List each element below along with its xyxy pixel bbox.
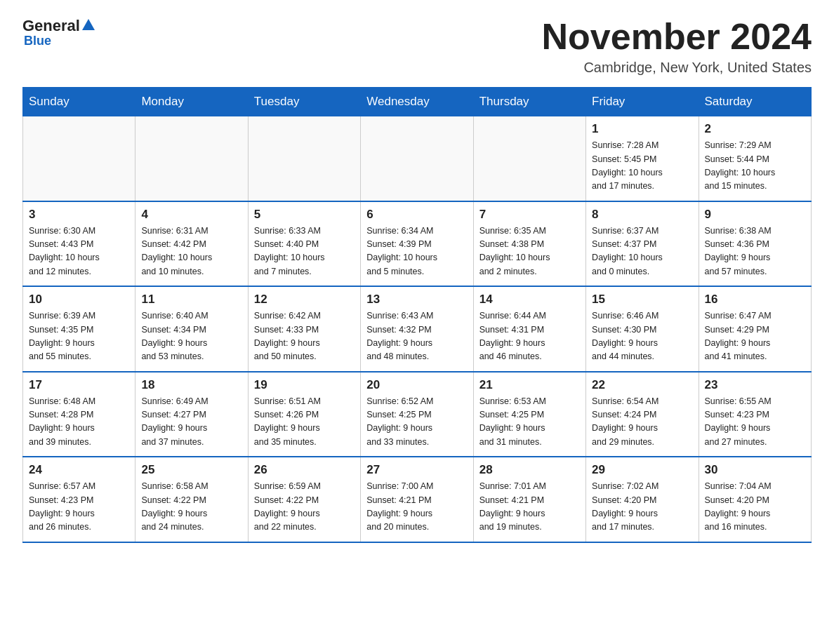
page-header: General Blue November 2024 Cambridge, Ne… — [22, 17, 812, 76]
calendar-cell: 4Sunrise: 6:31 AMSunset: 4:42 PMDaylight… — [135, 201, 248, 287]
day-info: Sunrise: 6:49 AMSunset: 4:27 PMDaylight:… — [141, 395, 241, 450]
day-info: Sunrise: 6:52 AMSunset: 4:25 PMDaylight:… — [366, 395, 467, 450]
day-number: 27 — [366, 463, 467, 477]
day-info: Sunrise: 6:46 AMSunset: 4:30 PMDaylight:… — [592, 309, 692, 364]
day-info: Sunrise: 6:33 AMSunset: 4:40 PMDaylight:… — [254, 224, 355, 279]
day-info: Sunrise: 7:28 AMSunset: 5:45 PMDaylight:… — [592, 139, 692, 194]
day-info: Sunrise: 6:58 AMSunset: 4:22 PMDaylight:… — [141, 480, 241, 535]
calendar-cell: 29Sunrise: 7:02 AMSunset: 4:20 PMDayligh… — [586, 457, 699, 542]
title-area: November 2024 Cambridge, New York, Unite… — [542, 17, 812, 76]
calendar-cell: 12Sunrise: 6:42 AMSunset: 4:33 PMDayligh… — [248, 286, 360, 372]
day-info: Sunrise: 6:59 AMSunset: 4:22 PMDaylight:… — [254, 480, 355, 535]
calendar-cell — [248, 116, 360, 201]
calendar-cell: 23Sunrise: 6:55 AMSunset: 4:23 PMDayligh… — [699, 372, 811, 457]
calendar-cell: 7Sunrise: 6:35 AMSunset: 4:38 PMDaylight… — [473, 201, 585, 287]
calendar-cell — [361, 116, 473, 201]
calendar-week-row: 3Sunrise: 6:30 AMSunset: 4:43 PMDaylight… — [23, 201, 812, 287]
weekday-header-row: SundayMondayTuesdayWednesdayThursdayFrid… — [23, 88, 812, 116]
day-number: 30 — [705, 463, 805, 477]
calendar-cell: 15Sunrise: 6:46 AMSunset: 4:30 PMDayligh… — [586, 286, 699, 372]
day-info: Sunrise: 7:04 AMSunset: 4:20 PMDaylight:… — [705, 480, 805, 535]
day-number: 11 — [141, 293, 241, 307]
day-number: 24 — [29, 463, 129, 477]
logo-text: General — [22, 17, 95, 35]
day-number: 2 — [705, 122, 805, 136]
calendar-table: SundayMondayTuesdayWednesdayThursdayFrid… — [22, 87, 812, 543]
weekday-header-monday: Monday — [135, 88, 248, 116]
day-number: 26 — [254, 463, 355, 477]
day-info: Sunrise: 6:54 AMSunset: 4:24 PMDaylight:… — [592, 395, 692, 450]
day-info: Sunrise: 6:30 AMSunset: 4:43 PMDaylight:… — [29, 224, 129, 279]
calendar-cell: 24Sunrise: 6:57 AMSunset: 4:23 PMDayligh… — [23, 457, 135, 542]
calendar-cell: 30Sunrise: 7:04 AMSunset: 4:20 PMDayligh… — [699, 457, 811, 542]
calendar-week-row: 24Sunrise: 6:57 AMSunset: 4:23 PMDayligh… — [23, 457, 812, 542]
day-number: 21 — [479, 378, 580, 392]
day-info: Sunrise: 6:39 AMSunset: 4:35 PMDaylight:… — [29, 309, 129, 364]
calendar-week-row: 17Sunrise: 6:48 AMSunset: 4:28 PMDayligh… — [23, 372, 812, 457]
day-number: 25 — [141, 463, 241, 477]
day-number: 18 — [141, 378, 241, 392]
day-number: 6 — [366, 208, 467, 222]
calendar-cell — [135, 116, 248, 201]
calendar-cell: 28Sunrise: 7:01 AMSunset: 4:21 PMDayligh… — [473, 457, 585, 542]
day-info: Sunrise: 6:42 AMSunset: 4:33 PMDaylight:… — [254, 309, 355, 364]
calendar-week-row: 1Sunrise: 7:28 AMSunset: 5:45 PMDaylight… — [23, 116, 812, 201]
day-info: Sunrise: 7:01 AMSunset: 4:21 PMDaylight:… — [479, 480, 580, 535]
calendar-cell: 10Sunrise: 6:39 AMSunset: 4:35 PMDayligh… — [23, 286, 135, 372]
day-number: 12 — [254, 293, 355, 307]
day-info: Sunrise: 6:40 AMSunset: 4:34 PMDaylight:… — [141, 309, 241, 364]
day-number: 9 — [705, 208, 805, 222]
day-info: Sunrise: 6:53 AMSunset: 4:25 PMDaylight:… — [479, 395, 580, 450]
day-info: Sunrise: 6:47 AMSunset: 4:29 PMDaylight:… — [705, 309, 805, 364]
day-info: Sunrise: 7:02 AMSunset: 4:20 PMDaylight:… — [592, 480, 692, 535]
day-number: 5 — [254, 208, 355, 222]
calendar-cell: 8Sunrise: 6:37 AMSunset: 4:37 PMDaylight… — [586, 201, 699, 287]
logo-general: General — [22, 17, 80, 35]
day-info: Sunrise: 6:34 AMSunset: 4:39 PMDaylight:… — [366, 224, 467, 279]
logo-blue: Blue — [24, 34, 51, 48]
calendar-cell: 26Sunrise: 6:59 AMSunset: 4:22 PMDayligh… — [248, 457, 360, 542]
calendar-cell: 5Sunrise: 6:33 AMSunset: 4:40 PMDaylight… — [248, 201, 360, 287]
calendar-cell: 19Sunrise: 6:51 AMSunset: 4:26 PMDayligh… — [248, 372, 360, 457]
month-title: November 2024 — [542, 17, 812, 57]
weekday-header-friday: Friday — [586, 88, 699, 116]
calendar-cell: 25Sunrise: 6:58 AMSunset: 4:22 PMDayligh… — [135, 457, 248, 542]
calendar-cell — [473, 116, 585, 201]
day-number: 1 — [592, 122, 692, 136]
day-number: 17 — [29, 378, 129, 392]
calendar-cell: 14Sunrise: 6:44 AMSunset: 4:31 PMDayligh… — [473, 286, 585, 372]
calendar-cell: 20Sunrise: 6:52 AMSunset: 4:25 PMDayligh… — [361, 372, 473, 457]
calendar-cell: 22Sunrise: 6:54 AMSunset: 4:24 PMDayligh… — [586, 372, 699, 457]
calendar-cell: 2Sunrise: 7:29 AMSunset: 5:44 PMDaylight… — [699, 116, 811, 201]
day-number: 16 — [705, 293, 805, 307]
calendar-cell: 21Sunrise: 6:53 AMSunset: 4:25 PMDayligh… — [473, 372, 585, 457]
day-number: 13 — [366, 293, 467, 307]
day-number: 14 — [479, 293, 580, 307]
day-info: Sunrise: 6:44 AMSunset: 4:31 PMDaylight:… — [479, 309, 580, 364]
day-number: 3 — [29, 208, 129, 222]
calendar-cell — [23, 116, 135, 201]
day-info: Sunrise: 6:38 AMSunset: 4:36 PMDaylight:… — [705, 224, 805, 279]
weekday-header-sunday: Sunday — [23, 88, 135, 116]
day-info: Sunrise: 6:35 AMSunset: 4:38 PMDaylight:… — [479, 224, 580, 279]
day-number: 10 — [29, 293, 129, 307]
day-info: Sunrise: 6:51 AMSunset: 4:26 PMDaylight:… — [254, 395, 355, 450]
calendar-cell: 13Sunrise: 6:43 AMSunset: 4:32 PMDayligh… — [361, 286, 473, 372]
calendar-cell: 6Sunrise: 6:34 AMSunset: 4:39 PMDaylight… — [361, 201, 473, 287]
day-info: Sunrise: 6:48 AMSunset: 4:28 PMDaylight:… — [29, 395, 129, 450]
day-info: Sunrise: 6:43 AMSunset: 4:32 PMDaylight:… — [366, 309, 467, 364]
day-number: 4 — [141, 208, 241, 222]
logo: General Blue — [22, 17, 95, 48]
calendar-cell: 1Sunrise: 7:28 AMSunset: 5:45 PMDaylight… — [586, 116, 699, 201]
calendar-cell: 3Sunrise: 6:30 AMSunset: 4:43 PMDaylight… — [23, 201, 135, 287]
day-info: Sunrise: 6:31 AMSunset: 4:42 PMDaylight:… — [141, 224, 241, 279]
calendar-week-row: 10Sunrise: 6:39 AMSunset: 4:35 PMDayligh… — [23, 286, 812, 372]
day-info: Sunrise: 6:55 AMSunset: 4:23 PMDaylight:… — [705, 395, 805, 450]
calendar-cell: 16Sunrise: 6:47 AMSunset: 4:29 PMDayligh… — [699, 286, 811, 372]
day-info: Sunrise: 7:00 AMSunset: 4:21 PMDaylight:… — [366, 480, 467, 535]
day-number: 15 — [592, 293, 692, 307]
logo-arrow-icon — [81, 18, 95, 31]
day-info: Sunrise: 6:37 AMSunset: 4:37 PMDaylight:… — [592, 224, 692, 279]
calendar-cell: 18Sunrise: 6:49 AMSunset: 4:27 PMDayligh… — [135, 372, 248, 457]
location: Cambridge, New York, United States — [542, 60, 812, 76]
